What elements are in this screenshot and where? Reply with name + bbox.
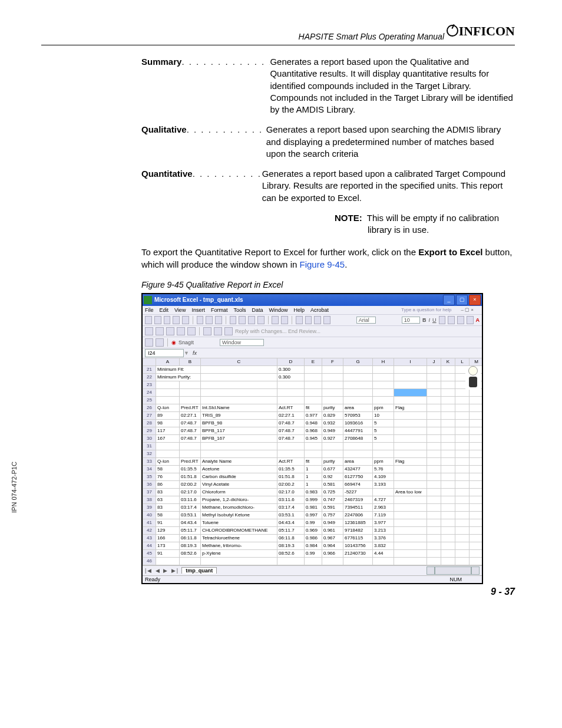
cell[interactable] (156, 388, 180, 396)
cell[interactable] (343, 388, 373, 396)
cell[interactable]: 0.961 (322, 526, 343, 534)
maximize-button[interactable]: ▢ (456, 295, 468, 305)
row-header[interactable]: 23 (143, 381, 156, 388)
cell[interactable] (441, 457, 455, 465)
row-header[interactable]: 22 (143, 373, 156, 381)
cell[interactable]: 0.945 (305, 434, 322, 442)
cell[interactable] (343, 396, 373, 404)
menu-view[interactable]: View (174, 307, 186, 313)
cell[interactable] (322, 365, 343, 373)
cell[interactable] (427, 419, 441, 427)
cell[interactable] (322, 557, 343, 565)
cell[interactable]: TRIS_89 (201, 411, 277, 419)
paste-icon[interactable] (248, 316, 255, 324)
cell[interactable]: 02:17.0 (180, 488, 201, 496)
cell[interactable]: 173 (156, 542, 180, 549)
cell[interactable]: 03:17.4 (180, 503, 201, 511)
tab-nav-icons[interactable]: |◀ ◀ ▶ ▶| (145, 568, 179, 574)
cell[interactable] (470, 488, 482, 496)
row-header[interactable]: 41 (143, 519, 156, 526)
cell[interactable] (441, 549, 455, 557)
cell[interactable] (394, 557, 427, 565)
cell[interactable] (277, 388, 305, 396)
cell[interactable]: 91 (156, 519, 180, 526)
cell[interactable] (394, 496, 427, 503)
cell[interactable]: fit (305, 404, 322, 411)
cell[interactable] (455, 549, 470, 557)
cell[interactable]: 06:11.8 (277, 534, 305, 542)
cell[interactable]: 0.997 (305, 511, 322, 519)
cell[interactable] (394, 381, 427, 388)
cell[interactable]: Chloroform (201, 488, 277, 496)
cell[interactable] (201, 388, 277, 396)
cell[interactable] (277, 442, 305, 450)
cell[interactable]: Int.Std.Name (201, 404, 277, 411)
rev-icon[interactable] (145, 327, 153, 335)
cell[interactable] (277, 396, 305, 404)
cell[interactable]: 0.948 (305, 419, 322, 427)
row-header[interactable]: 32 (143, 450, 156, 457)
cell[interactable]: 07:48.7 (180, 427, 201, 434)
cell[interactable] (470, 496, 482, 503)
cell[interactable]: 03:17.4 (277, 503, 305, 511)
cell[interactable] (455, 488, 470, 496)
cell[interactable]: 0.949 (322, 427, 343, 434)
col-header[interactable]: I (394, 358, 427, 365)
cell[interactable] (201, 442, 277, 450)
cell[interactable] (441, 365, 455, 373)
row-header[interactable]: 44 (143, 542, 156, 549)
cell[interactable] (427, 427, 441, 434)
fx-icon[interactable]: fx (193, 350, 197, 356)
cell[interactable]: 669474 (343, 480, 373, 488)
cell[interactable] (322, 450, 343, 457)
cell[interactable]: 63 (156, 496, 180, 503)
cell[interactable]: BPFB_117 (201, 427, 277, 434)
row-header[interactable]: 38 (143, 496, 156, 503)
cell[interactable] (156, 381, 180, 388)
row-header[interactable]: 34 (143, 465, 156, 473)
cell[interactable]: 0.725 (322, 488, 343, 496)
cell[interactable] (305, 450, 322, 457)
cell[interactable] (441, 465, 455, 473)
cell[interactable]: 4.109 (373, 473, 394, 480)
cell[interactable]: 02:17.0 (277, 488, 305, 496)
email-icon[interactable] (182, 316, 189, 324)
cell[interactable]: 5.76 (373, 465, 394, 473)
rev-icon[interactable] (177, 327, 185, 335)
cell[interactable] (394, 542, 427, 549)
cell[interactable]: 0.677 (322, 465, 343, 473)
cell[interactable]: 02:27.1 (180, 411, 201, 419)
row-header[interactable]: 42 (143, 526, 156, 534)
cell[interactable] (455, 434, 470, 442)
cell[interactable] (373, 365, 394, 373)
cell[interactable]: Q-Ion (156, 457, 180, 465)
cell[interactable]: fit (305, 457, 322, 465)
cell[interactable] (455, 480, 470, 488)
row-header[interactable]: 24 (143, 388, 156, 396)
cell[interactable]: 08:52.6 (277, 549, 305, 557)
cell[interactable]: area (343, 404, 373, 411)
cell[interactable] (427, 411, 441, 419)
cell[interactable] (373, 373, 394, 381)
cell[interactable] (394, 511, 427, 519)
cell[interactable] (470, 542, 482, 549)
cell[interactable] (427, 473, 441, 480)
cell[interactable] (455, 442, 470, 450)
font-name-box[interactable]: Arial (356, 317, 376, 324)
cell[interactable] (201, 396, 277, 404)
cell[interactable]: 01:35.5 (277, 465, 305, 473)
close-button[interactable]: × (469, 295, 481, 305)
row-header[interactable]: 31 (143, 442, 156, 450)
col-header[interactable] (143, 358, 156, 365)
cell[interactable]: 12361885 (343, 519, 373, 526)
cell[interactable] (201, 373, 277, 381)
cell[interactable]: 83 (156, 503, 180, 511)
cell[interactable] (394, 534, 427, 542)
cell[interactable]: 0.757 (322, 511, 343, 519)
underline-icon[interactable]: U (432, 317, 437, 323)
cell[interactable] (470, 480, 482, 488)
cell[interactable] (322, 373, 343, 381)
snagit-window-box[interactable]: Window (220, 339, 264, 346)
sheet-tab-active[interactable]: tmp_quant (181, 567, 217, 574)
cell[interactable] (470, 526, 482, 534)
